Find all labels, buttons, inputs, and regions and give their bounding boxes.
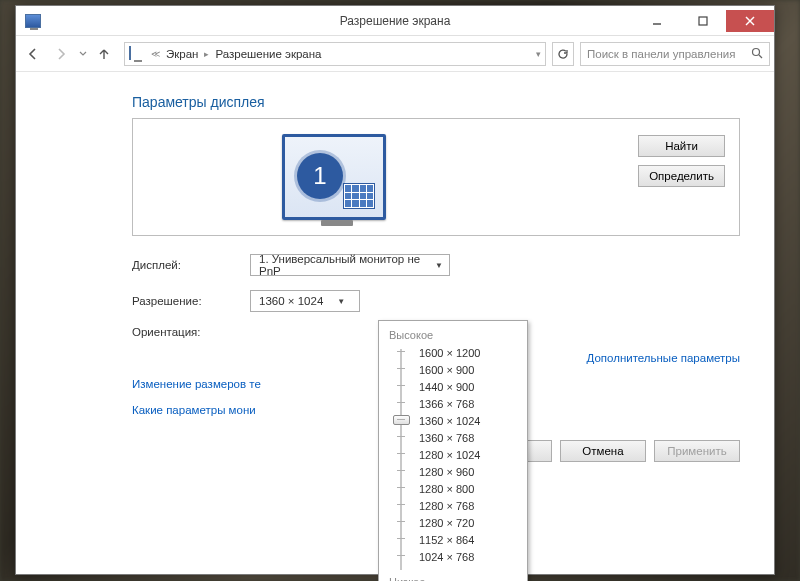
navbar: ≪ Экран ▸ Разрешение экрана ▾ Поиск в па… — [16, 36, 774, 72]
svg-point-4 — [753, 48, 760, 55]
address-bar[interactable]: ≪ Экран ▸ Разрешение экрана ▾ — [124, 42, 546, 66]
find-button[interactable]: Найти — [638, 135, 725, 157]
monitor-preview[interactable]: 1 — [282, 134, 386, 220]
resolution-option[interactable]: 1152 × 864 — [415, 532, 521, 549]
resolution-option[interactable]: 1280 × 960 — [415, 464, 521, 481]
monitor-preview-box: 1 Найти Определить — [132, 118, 740, 236]
refresh-button[interactable] — [552, 42, 574, 66]
breadcrumb-icon — [129, 47, 145, 61]
resolution-option[interactable]: 1280 × 1024 — [415, 447, 521, 464]
display-select[interactable]: 1. Универсальный монитор не PnP ▼ — [250, 254, 450, 276]
maximize-button[interactable] — [680, 10, 726, 32]
resolution-option[interactable]: 1280 × 800 — [415, 481, 521, 498]
resolution-option[interactable]: 1440 × 900 — [415, 379, 521, 396]
breadcrumb-chevron-icon: ≪ — [151, 49, 160, 59]
resolution-option[interactable]: 1280 × 720 — [415, 515, 521, 532]
resolution-dropdown-popup: Высокое 1600 × 12001600 × 9001440 × 9001… — [378, 320, 528, 581]
dropdown-high-label: Высокое — [389, 329, 521, 341]
breadcrumb-item[interactable]: Экран — [166, 48, 198, 60]
breadcrumb-sep-icon: ▸ — [204, 49, 209, 59]
cancel-button[interactable]: Отмена — [560, 440, 646, 462]
svg-rect-1 — [699, 17, 707, 25]
display-select-value: 1. Универсальный монитор не PnP — [259, 253, 421, 277]
resolution-option[interactable]: 1360 × 1024 — [415, 413, 521, 430]
search-placeholder: Поиск в панели управления — [587, 48, 735, 60]
nav-history-dropdown[interactable] — [76, 41, 90, 67]
svg-line-5 — [759, 55, 762, 58]
titlebar: Разрешение экрана — [16, 6, 774, 36]
identify-button[interactable]: Определить — [638, 165, 725, 187]
page-heading: Параметры дисплея — [132, 94, 740, 110]
resolution-select-value: 1360 × 1024 — [259, 295, 323, 307]
orientation-label: Ориентация: — [132, 326, 250, 338]
close-button[interactable] — [726, 10, 774, 32]
resolution-option[interactable]: 1280 × 768 — [415, 498, 521, 515]
search-icon — [751, 47, 763, 61]
resolution-slider[interactable] — [391, 345, 411, 574]
resolution-option[interactable]: 1360 × 768 — [415, 430, 521, 447]
window-buttons — [634, 10, 774, 32]
caret-down-icon: ▼ — [337, 297, 345, 306]
minimize-button[interactable] — [634, 10, 680, 32]
nav-back-button[interactable] — [20, 41, 46, 67]
window-icon — [22, 10, 44, 32]
breadcrumb-item[interactable]: Разрешение экрана — [215, 48, 321, 60]
resolution-row: Разрешение: 1360 × 1024 ▼ — [132, 290, 740, 312]
nav-up-button[interactable] — [94, 41, 114, 67]
window: Разрешение экрана ≪ Экран ▸ Разрешение э… — [15, 5, 775, 575]
resolution-select[interactable]: 1360 × 1024 ▼ — [250, 290, 360, 312]
monitor-number-badge: 1 — [297, 153, 343, 199]
resolution-option[interactable]: 1366 × 768 — [415, 396, 521, 413]
slider-thumb[interactable] — [393, 415, 410, 425]
display-row: Дисплей: 1. Универсальный монитор не PnP… — [132, 254, 740, 276]
resolution-label: Разрешение: — [132, 295, 250, 307]
nav-forward-button[interactable] — [48, 41, 74, 67]
caret-down-icon: ▼ — [435, 261, 443, 270]
resolution-option[interactable]: 1024 × 768 — [415, 549, 521, 566]
apply-button[interactable]: Применить — [654, 440, 740, 462]
display-label: Дисплей: — [132, 259, 250, 271]
resolution-option[interactable]: 1600 × 900 — [415, 362, 521, 379]
resolution-option[interactable]: 1600 × 1200 — [415, 345, 521, 362]
monitor-grid-icon — [343, 183, 375, 209]
search-input[interactable]: Поиск в панели управления — [580, 42, 770, 66]
dropdown-low-label: Низкое — [389, 576, 521, 581]
address-dropdown-icon[interactable]: ▾ — [536, 49, 541, 59]
